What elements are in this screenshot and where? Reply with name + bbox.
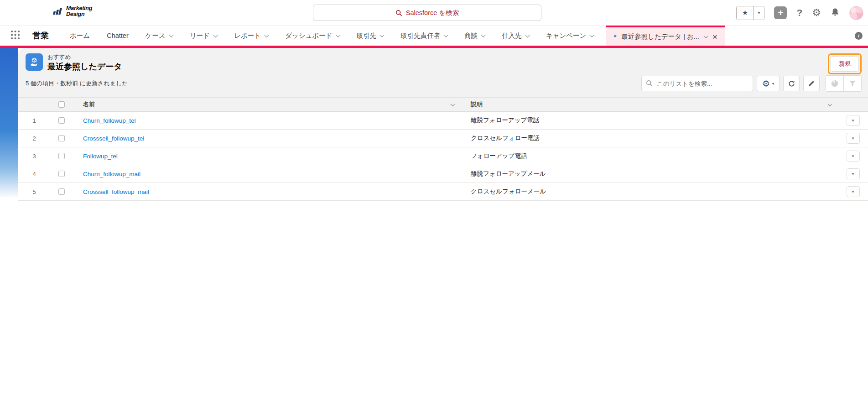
table-row[interactable]: 1 Churn_followup_tel 離脱フォローアップ電話 ▼ [18, 112, 868, 130]
entity-kicker: おすすめ [47, 53, 122, 61]
row-number: 2 [18, 135, 50, 142]
info-icon[interactable]: i [855, 32, 863, 40]
filter-funnel-icon [849, 80, 856, 87]
favorites-star-icon[interactable]: ★ [737, 6, 753, 20]
page-title: 最近参照したデータ [47, 62, 122, 72]
chevron-down-icon[interactable] [525, 33, 530, 37]
record-link[interactable]: Crosssell_followup_mail [83, 188, 149, 195]
refresh-button[interactable] [783, 76, 800, 91]
nav-tab-label: ダッシュボード [285, 31, 333, 40]
row-actions-button[interactable]: ▼ [847, 133, 860, 144]
list-settings-button[interactable]: ⚙ ▾ [757, 76, 780, 91]
filter-button[interactable] [843, 76, 861, 91]
nav-tab[interactable]: レポート [234, 31, 268, 40]
global-actions-plus-icon[interactable]: + [774, 6, 787, 19]
background-accent [0, 48, 18, 198]
help-icon[interactable]: ? [796, 7, 802, 18]
list-search-input[interactable] [641, 76, 753, 91]
nav-tab-label: Chatter [107, 32, 129, 39]
record-description: フォローアップ電話 [461, 152, 838, 160]
avatar[interactable] [849, 6, 863, 20]
chevron-down-icon[interactable] [213, 33, 218, 37]
recommended-entity-icon [26, 53, 43, 71]
global-search-placeholder: Salesforce を検索 [406, 9, 459, 17]
tab-recent-data-active[interactable]: * 最近参照したデータ | お... × [606, 26, 725, 46]
nav-tab-label: キャンペーン [546, 31, 587, 40]
record-link[interactable]: Followup_tel [83, 153, 118, 160]
table-row[interactable]: 3 Followup_tel フォローアップ電話 ▼ [18, 147, 868, 165]
column-header-description[interactable]: 説明 [461, 100, 838, 109]
column-header-name[interactable]: 名前 [73, 100, 461, 109]
dropdown-triangle-icon: ▼ [851, 136, 855, 141]
nav-tab[interactable]: ホーム [70, 31, 90, 40]
row-checkbox[interactable] [58, 188, 65, 195]
record-description: 離脱フォローアップメール [461, 170, 838, 178]
row-checkbox[interactable] [58, 153, 65, 159]
row-actions-button[interactable]: ▼ [847, 186, 860, 197]
nav-tab[interactable]: 商談 [464, 31, 485, 40]
logo-bars-icon [52, 5, 63, 17]
record-link[interactable]: Crosssell_followup_tel [83, 135, 144, 142]
list-view-card: おすすめ 最近参照したデータ 新規 5 個の項目・数秒前 に更新されました [18, 48, 868, 412]
chevron-down-icon[interactable] [481, 33, 486, 37]
nav-tab[interactable]: キャンペーン [546, 31, 594, 40]
nav-tab-label: ケース [146, 31, 166, 40]
nav-tabs: ホーム Chatter ケース リード レポート ダッシュボード 取引先 取引先… [70, 31, 593, 40]
walkthrough-highlight: 新規 [828, 53, 862, 74]
nav-tab[interactable]: 取引先 [357, 31, 384, 40]
list-view-page: おすすめ 最近参照したデータ 新規 5 個の項目・数秒前 に更新されました [0, 48, 868, 412]
favorites-menu-caret-icon[interactable]: ▾ [753, 6, 764, 20]
nav-tab-label: ホーム [70, 31, 90, 40]
table-body: 1 Churn_followup_tel 離脱フォローアップ電話 ▼ 2 Cro… [18, 112, 868, 201]
nav-tab-label: リード [190, 31, 210, 40]
nav-tab[interactable]: 仕入先 [502, 31, 529, 40]
record-link[interactable]: Churn_followup_mail [83, 171, 140, 177]
chevron-down-icon[interactable] [444, 33, 448, 37]
row-checkbox[interactable] [58, 117, 65, 124]
global-search-box[interactable]: Salesforce を検索 [313, 5, 541, 21]
nav-tab-label: レポート [234, 31, 261, 40]
record-description: クロスセルフォロー電話 [461, 134, 838, 142]
app-name[interactable]: 営業 [32, 30, 49, 41]
new-button[interactable]: 新規 [831, 56, 859, 72]
nav-tab-label: 取引先 [357, 31, 377, 40]
display-toggle-group [825, 75, 862, 92]
chevron-down-icon[interactable] [169, 33, 173, 37]
chevron-down-icon[interactable] [828, 102, 832, 106]
charts-button[interactable] [826, 76, 843, 91]
nav-tab[interactable]: 取引先責任者 [400, 31, 447, 40]
row-actions-button[interactable]: ▼ [847, 115, 860, 126]
row-actions-button[interactable]: ▼ [847, 151, 860, 162]
edit-button[interactable] [803, 76, 820, 91]
table-header-row: 名前 説明 [18, 97, 868, 112]
setup-gear-icon[interactable]: ⚙ [812, 7, 821, 19]
nav-tab[interactable]: ダッシュボード [285, 31, 340, 40]
chevron-down-icon[interactable] [380, 33, 385, 37]
row-number: 3 [18, 153, 50, 160]
row-actions-button[interactable]: ▼ [847, 168, 860, 179]
row-number: 5 [18, 188, 50, 195]
notifications-bell-icon[interactable] [831, 8, 840, 18]
chevron-down-icon[interactable] [265, 33, 269, 37]
row-checkbox[interactable] [58, 171, 65, 177]
nav-tab-label: 商談 [464, 31, 478, 40]
row-checkbox[interactable] [58, 135, 65, 141]
chevron-down-icon[interactable] [336, 33, 340, 37]
table-row[interactable]: 5 Crosssell_followup_mail クロスセルフォローメール ▼ [18, 183, 868, 201]
table-row[interactable]: 2 Crosssell_followup_tel クロスセルフォロー電話 ▼ [18, 130, 868, 147]
nav-tab[interactable]: Chatter [107, 32, 129, 39]
chevron-down-icon[interactable] [590, 33, 594, 37]
chevron-down-icon[interactable] [703, 34, 708, 38]
search-icon [395, 10, 402, 16]
record-link[interactable]: Churn_followup_tel [83, 117, 136, 124]
refresh-icon [788, 80, 795, 88]
close-icon[interactable]: × [712, 32, 717, 41]
chevron-down-icon[interactable] [451, 102, 455, 106]
select-all-checkbox[interactable] [58, 101, 65, 108]
table-row[interactable]: 4 Churn_followup_mail 離脱フォローアップメール ▼ [18, 165, 868, 183]
dropdown-triangle-icon: ▼ [851, 172, 855, 176]
nav-tab[interactable]: リード [190, 31, 217, 40]
nav-tab[interactable]: ケース [146, 31, 173, 40]
list-meta: 5 個の項目・数秒前 に更新されました [26, 79, 128, 92]
app-launcher-icon[interactable] [10, 30, 21, 42]
